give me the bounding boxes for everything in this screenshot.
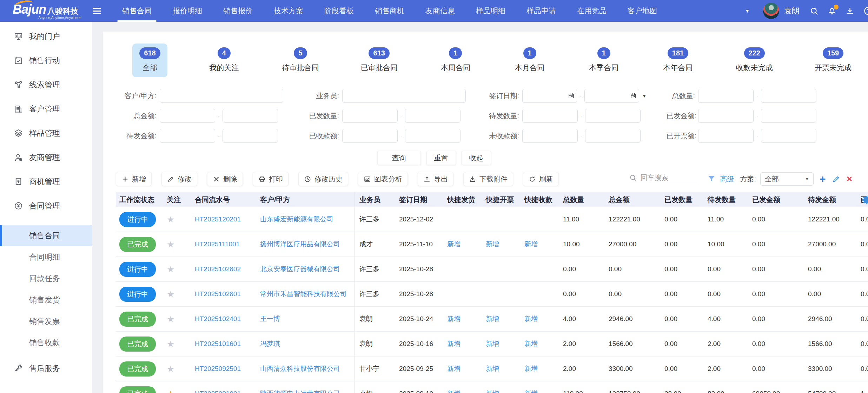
customer-link[interactable]: 冯梦琪 [260, 339, 280, 348]
star-icon[interactable]: ★ [167, 389, 174, 393]
nav-more-dropdown-icon[interactable]: ▼ [745, 8, 750, 14]
stat-card-本年合同[interactable]: 181本年合同 [661, 44, 696, 77]
stat-card-开票未完成[interactable]: 159开票未完成 [813, 44, 853, 77]
quick-ship-add-link[interactable]: 新增 [447, 240, 460, 249]
column-header-客户/甲方[interactable]: 客户/甲方 [257, 192, 354, 207]
customer-link[interactable]: 北京安泰医疗器械有限公司 [260, 265, 340, 274]
quick-invoice-add-link[interactable]: 新增 [486, 240, 499, 249]
help-icon[interactable] [863, 6, 868, 16]
contract-no-link[interactable]: HT2025120201 [195, 215, 241, 223]
column-header-工作流状态[interactable]: 工作流状态 [116, 192, 163, 207]
query-button[interactable]: 查询 [377, 151, 421, 165]
quick-ship-add-link[interactable]: 新增 [447, 314, 460, 324]
sidebar-item-商机管理[interactable]: 商机管理 [0, 169, 92, 194]
column-header-待发数量[interactable]: 待发数量 [704, 192, 749, 207]
contract-no-link[interactable]: HT2025102802 [195, 265, 241, 273]
contract-no-link[interactable]: HT2025101601 [195, 340, 241, 348]
nav-tab-样品申请[interactable]: 样品申请 [517, 0, 565, 22]
add-scheme-button[interactable]: + [820, 174, 826, 184]
sidebar-subitem-回款任务[interactable]: 回款任务 [0, 268, 92, 289]
filter-min-input[interactable] [522, 109, 578, 123]
stat-card-本季合同[interactable]: 1本季合同 [586, 44, 621, 77]
nav-tab-销售商机[interactable]: 销售商机 [365, 0, 414, 22]
star-icon[interactable]: ★ [167, 339, 174, 349]
column-header-合同流水号[interactable]: 合同流水号 [191, 192, 257, 207]
chevron-down-icon[interactable]: ▼ [642, 93, 647, 99]
quick-receipt-add-link[interactable]: 新增 [524, 240, 538, 249]
stat-card-本月合同[interactable]: 1本月合同 [512, 44, 547, 77]
scheme-select[interactable]: 全部 ▼ [760, 172, 814, 186]
table-row[interactable]: 已完成★HT2025091001陕西能源电力运营有限公司小炮2025-09-10… [116, 381, 868, 393]
filter-input[interactable] [160, 89, 283, 103]
star-icon[interactable]: ★ [167, 314, 174, 324]
column-header-已发数量[interactable]: 已发数量 [661, 192, 704, 207]
quick-receipt-add-link[interactable]: 新增 [524, 364, 538, 373]
filter-input[interactable] [342, 89, 466, 103]
toolbar-button-刷新[interactable]: 刷新 [523, 172, 559, 186]
toolbar-button-删除[interactable]: 删除 [207, 172, 243, 186]
sidebar-item-样品管理[interactable]: 样品管理 [0, 121, 92, 145]
nav-tab-样品明细[interactable]: 样品明细 [466, 0, 515, 22]
reset-button[interactable]: 重置 [426, 151, 456, 165]
customer-link[interactable]: 陕西能源电力运营有限公司 [260, 389, 340, 393]
quick-receipt-add-link[interactable]: 新增 [524, 389, 538, 393]
filter-max-input[interactable] [405, 129, 460, 143]
contract-no-link[interactable]: HT2025102801 [195, 290, 241, 298]
sidebar-subitem-销售发货[interactable]: 销售发货 [0, 289, 92, 311]
toolbar-button-图表分析[interactable]: 图表分析 [358, 172, 408, 186]
column-header-快捷收款[interactable]: 快捷收款 [521, 192, 559, 207]
stat-card-收款未完成[interactable]: 222收款未完成 [735, 44, 774, 77]
star-icon[interactable]: ★ [167, 364, 174, 374]
advanced-filter-button[interactable]: 高级 [720, 174, 734, 184]
quick-ship-add-link[interactable]: 新增 [447, 389, 460, 393]
column-header-总金额[interactable]: 总金额 [605, 192, 661, 207]
download-icon[interactable] [845, 6, 855, 16]
table-row[interactable]: 已完成★HT2025102401王一博袁朗2025-10-24新增新增新增4.0… [116, 307, 868, 332]
date-from-input[interactable] [522, 89, 577, 103]
contract-no-link[interactable]: HT2025111001 [195, 240, 240, 248]
customer-link[interactable]: 常州市禾昌智能科技有限公司 [260, 289, 347, 299]
quick-invoice-add-link[interactable]: 新增 [486, 314, 499, 324]
toolbar-button-修改[interactable]: 修改 [161, 172, 197, 186]
filter-max-input[interactable] [761, 129, 816, 143]
column-header-签订日期[interactable]: 签订日期 [396, 192, 444, 207]
customer-link[interactable]: 山东盛宏新能源有限公司 [260, 215, 333, 224]
quick-receipt-add-link[interactable]: 新增 [524, 339, 538, 348]
quick-invoice-add-link[interactable]: 新增 [486, 339, 499, 348]
sidebar-subitem-销售收款[interactable]: 销售收款 [0, 332, 92, 353]
filter-min-input[interactable] [160, 129, 215, 143]
quick-receipt-add-link[interactable]: 新增 [524, 314, 538, 324]
sidebar-item-合同管理[interactable]: 合同管理 [0, 194, 92, 218]
sidebar-item-售后服务[interactable]: 售后服务 [0, 356, 92, 380]
filter-max-input[interactable] [223, 129, 278, 143]
delete-scheme-button[interactable]: × [847, 174, 852, 184]
table-row[interactable]: 已完成★HT2025101601冯梦琪袁朗2025-10-16新增新增新增2.0… [116, 332, 868, 357]
quick-invoice-add-link[interactable]: 新增 [486, 364, 499, 373]
filter-min-input[interactable] [342, 109, 398, 123]
menu-toggle-icon[interactable] [93, 8, 101, 14]
table-row[interactable]: 进行中★HT2025102801常州市禾昌智能科技有限公司许三多2025-10-… [116, 282, 868, 307]
nav-tab-客户地图[interactable]: 客户地图 [618, 0, 667, 22]
search-icon[interactable] [809, 6, 819, 16]
sidebar-subitem-合同明细[interactable]: 合同明细 [0, 246, 92, 268]
filter-min-input[interactable] [698, 109, 754, 123]
nav-tab-在用竞品[interactable]: 在用竞品 [568, 0, 616, 22]
toolbar-button-下载附件[interactable]: 下载附件 [463, 172, 513, 186]
sidebar-item-客户管理[interactable]: 客户管理 [0, 97, 92, 121]
quick-ship-add-link[interactable]: 新增 [447, 364, 460, 373]
table-row[interactable]: 已完成★HT2025092501山西清众科技股份有限公司甘小宁2025-09-2… [116, 357, 868, 381]
nav-tab-报价明细[interactable]: 报价明细 [163, 0, 212, 22]
filter-min-input[interactable] [342, 129, 398, 143]
column-header-已发金额[interactable]: 已发金额 [749, 192, 804, 207]
sidebar-item-友商管理[interactable]: 友商管理 [0, 145, 92, 169]
customer-link[interactable]: 扬州博洋医疗用品有限公司 [260, 240, 340, 249]
filter-max-input[interactable] [761, 89, 816, 103]
edit-scheme-button[interactable] [832, 175, 841, 184]
nav-tab-销售合同[interactable]: 销售合同 [113, 0, 161, 22]
star-icon[interactable]: ★ [167, 264, 174, 274]
filter-min-input[interactable] [160, 109, 215, 123]
search-input[interactable] [641, 174, 697, 182]
column-settings-gear-icon[interactable] [862, 195, 868, 205]
quick-ship-add-link[interactable]: 新增 [447, 339, 460, 348]
star-icon[interactable]: ★ [167, 214, 174, 225]
